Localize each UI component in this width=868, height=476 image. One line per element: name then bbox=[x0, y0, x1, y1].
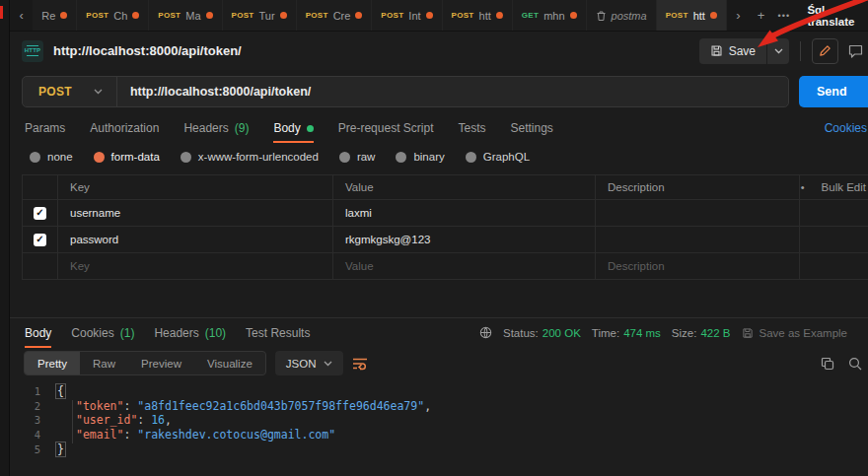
url-builder: POST http://localhost:8000/api/token/ bbox=[22, 76, 789, 107]
request-tab[interactable]: POST Ma bbox=[149, 0, 222, 31]
radio-binary[interactable]: binary bbox=[396, 151, 444, 163]
radio-label: none bbox=[47, 151, 73, 163]
key-cell[interactable]: password bbox=[57, 227, 332, 252]
table-actions-cell: ••• Bulk Edit bbox=[799, 175, 868, 199]
view-raw[interactable]: Raw bbox=[80, 352, 128, 374]
request-tab[interactable]: postma bbox=[587, 0, 657, 31]
network-globe-icon[interactable] bbox=[479, 326, 492, 339]
tab-scroll-right-icon[interactable]: › bbox=[727, 0, 750, 31]
method-value: POST bbox=[38, 85, 72, 99]
workspace-title: Śql translate bbox=[795, 0, 868, 31]
select-all-cell[interactable] bbox=[22, 175, 57, 199]
tab-response-body[interactable]: Body bbox=[25, 326, 51, 340]
tab-scroll-left-icon[interactable]: ‹ bbox=[10, 0, 33, 31]
view-pretty[interactable]: Pretty bbox=[25, 352, 80, 374]
row-checkbox-cell bbox=[22, 253, 57, 279]
status-badge: Status: 200 OK bbox=[503, 327, 581, 339]
value-cell[interactable]: rkgmkgskg@123 bbox=[332, 227, 595, 252]
more-options-icon[interactable]: ••• bbox=[799, 181, 806, 193]
unsaved-dot-icon bbox=[206, 12, 213, 19]
tab-authorization[interactable]: Authorization bbox=[90, 121, 159, 135]
search-icon[interactable] bbox=[848, 357, 862, 371]
unsaved-dot-icon bbox=[570, 12, 577, 19]
bulk-edit-button[interactable]: Bulk Edit bbox=[822, 181, 866, 193]
radio-icon bbox=[181, 152, 191, 163]
tab-options-icon[interactable]: ••• bbox=[772, 0, 795, 31]
tab-body[interactable]: Body bbox=[273, 121, 313, 135]
body-modified-dot-icon bbox=[307, 125, 314, 132]
request-tab[interactable]: GET mhn bbox=[513, 0, 587, 31]
unsaved-dot-icon bbox=[355, 12, 362, 19]
annotation-edge-mark bbox=[0, 6, 3, 19]
copy-icon[interactable] bbox=[821, 357, 834, 371]
radio-form-data[interactable]: form-data bbox=[94, 151, 160, 163]
tab-settings[interactable]: Settings bbox=[511, 121, 553, 135]
tab-tests[interactable]: Tests bbox=[458, 121, 485, 135]
headers-count-badge: (9) bbox=[235, 121, 250, 135]
checkbox-checked[interactable]: ✓ bbox=[34, 234, 46, 246]
key-cell[interactable]: username bbox=[57, 200, 332, 226]
checkbox-checked[interactable]: ✓ bbox=[34, 207, 46, 220]
wrap-text-icon[interactable] bbox=[352, 357, 369, 371]
tab-method-label: GET bbox=[522, 11, 539, 20]
response-body-code: 1 { 2 "token": "a8fd1feec92a1c6bd043b705… bbox=[10, 379, 868, 476]
description-cell-placeholder[interactable]: Description bbox=[595, 253, 799, 279]
tab-response-cookies[interactable]: Cookies (1) bbox=[71, 326, 134, 340]
save-options-chevron-icon[interactable] bbox=[767, 38, 789, 64]
request-tab[interactable]: POST Int bbox=[372, 0, 442, 31]
tab-title: Ma bbox=[185, 10, 200, 22]
send-label: Send bbox=[817, 85, 847, 99]
format-value: JSON bbox=[286, 358, 317, 370]
save-button[interactable]: Save bbox=[699, 38, 766, 64]
column-header-value: Value bbox=[332, 175, 595, 199]
request-tab[interactable]: POST Cre bbox=[297, 0, 373, 31]
tab-title: Cre bbox=[333, 10, 351, 22]
chevron-down-icon bbox=[94, 89, 103, 95]
radio-none[interactable]: none bbox=[30, 151, 73, 163]
request-tab-active[interactable]: POST htt bbox=[657, 0, 727, 31]
tab-title: Tur bbox=[259, 10, 275, 22]
description-cell[interactable] bbox=[595, 227, 799, 252]
format-dropdown[interactable]: JSON bbox=[275, 351, 344, 375]
radio-graphql[interactable]: GraphQL bbox=[466, 151, 530, 163]
value-cell[interactable]: laxmi bbox=[332, 200, 595, 226]
radio-label: x-www-form-urlencoded bbox=[198, 151, 319, 163]
edit-pencil-button[interactable] bbox=[812, 38, 838, 64]
radio-raw[interactable]: raw bbox=[339, 151, 376, 163]
row-checkbox-cell: ✓ bbox=[22, 200, 57, 226]
tab-headers[interactable]: Headers (9) bbox=[183, 121, 249, 135]
body-type-selector: none form-data x-www-form-urlencoded raw… bbox=[10, 143, 868, 170]
chevron-down-icon bbox=[324, 361, 332, 367]
tab-title: htt bbox=[693, 10, 705, 22]
request-tab[interactable]: POST Ch bbox=[77, 0, 149, 31]
save-as-example-button[interactable]: Save as Example bbox=[742, 327, 848, 339]
request-tab[interactable]: POST htt bbox=[443, 0, 513, 31]
view-visualize[interactable]: Visualize bbox=[194, 352, 265, 374]
request-tab[interactable]: Re bbox=[33, 0, 77, 31]
key-cell-placeholder[interactable]: Key bbox=[57, 253, 332, 279]
radio-x-www-form-urlencoded[interactable]: x-www-form-urlencoded bbox=[181, 151, 319, 163]
tab-test-results[interactable]: Test Results bbox=[246, 326, 310, 340]
http-label: HTTP bbox=[25, 47, 40, 54]
description-cell[interactable] bbox=[595, 200, 799, 226]
request-tab[interactable]: POST Tur bbox=[223, 0, 297, 31]
tab-title: mhn bbox=[543, 10, 564, 22]
cookies-link[interactable]: Cookies bbox=[825, 121, 867, 135]
tab-pre-request-script[interactable]: Pre-request Script bbox=[338, 121, 434, 135]
row-actions-cell bbox=[799, 227, 868, 252]
radio-icon bbox=[396, 152, 406, 163]
tab-response-headers[interactable]: Headers (10) bbox=[154, 326, 226, 340]
tab-method-label: POST bbox=[381, 11, 403, 20]
code-line: 3 "user_id": 16, bbox=[10, 413, 868, 428]
headers-count-badge: (10) bbox=[205, 326, 226, 340]
tab-params[interactable]: Params bbox=[25, 121, 65, 135]
send-button[interactable]: Send bbox=[799, 76, 868, 107]
view-preview[interactable]: Preview bbox=[128, 352, 194, 374]
url-input[interactable]: http://localhost:8000/api/token/ bbox=[117, 85, 311, 99]
method-selector[interactable]: POST bbox=[23, 77, 116, 106]
value-cell-placeholder[interactable]: Value bbox=[332, 253, 595, 279]
tab-title: htt bbox=[479, 10, 491, 22]
comment-icon[interactable] bbox=[848, 44, 863, 58]
radio-label: GraphQL bbox=[483, 151, 530, 163]
new-tab-button[interactable]: + bbox=[750, 0, 772, 31]
